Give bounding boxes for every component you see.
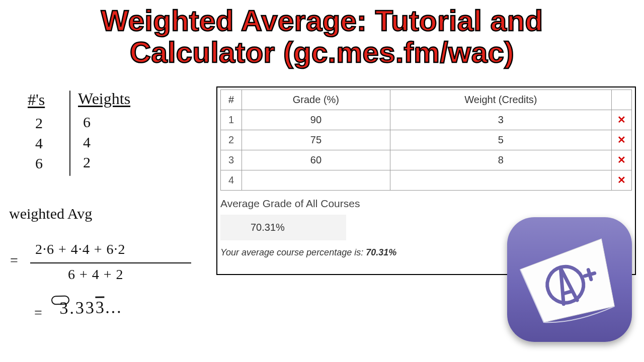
hw-col1-header: #'s: [28, 90, 45, 109]
hw-equals-1: =: [10, 252, 19, 268]
grade-cell[interactable]: 75: [242, 130, 390, 150]
table-row: 4 ✕: [221, 170, 632, 191]
weight-cell[interactable]: 5: [390, 130, 611, 150]
hw-result: 3.333…: [59, 298, 123, 318]
page-title: Weighted Average: Tutorial and Calculato…: [0, 5, 644, 68]
delete-row-icon[interactable]: ✕: [617, 135, 626, 145]
average-sentence-value: 70.31%: [366, 247, 396, 257]
average-label: Average Grade of All Courses: [220, 198, 632, 210]
title-line-2: Calculator (gc.mes.fm/wac): [130, 36, 514, 68]
delete-row-icon[interactable]: ✕: [617, 115, 626, 125]
hw-result-overline: 3: [95, 298, 105, 316]
hw-w-1: 6: [83, 114, 91, 131]
hw-col2-header: Weights: [78, 89, 130, 108]
grade-cell[interactable]: [242, 170, 390, 191]
hw-n-2: 4: [35, 135, 43, 152]
row-idx: 3: [221, 150, 242, 170]
hw-divider: [69, 90, 70, 176]
weight-cell[interactable]: 8: [390, 150, 611, 170]
hw-fraction-bar: [30, 262, 191, 263]
aplus-app-icon: [507, 217, 632, 342]
grades-table: # Grade (%) Weight (Credits) 1 90 3 ✕ 2 …: [220, 89, 632, 191]
hw-equals-2: =: [34, 305, 43, 321]
hw-weighted-avg-label: weighted Avg: [9, 205, 92, 222]
table-row: 1 90 3 ✕: [221, 110, 632, 130]
hw-denominator: 6 + 4 + 2: [68, 266, 124, 283]
table-row: 2 75 5 ✕: [221, 130, 632, 150]
average-value-box: 70.31%: [220, 215, 346, 240]
grade-cell[interactable]: 90: [242, 110, 390, 130]
delete-row-icon[interactable]: ✕: [617, 175, 626, 185]
col-grade-header: Grade (%): [242, 90, 390, 110]
row-idx: 4: [221, 170, 242, 191]
hw-result-suffix: …: [104, 298, 123, 317]
hw-numerator: 2·6 + 4·4 + 6·2: [35, 241, 126, 257]
weight-cell[interactable]: [390, 170, 611, 191]
col-idx-header: #: [221, 90, 242, 110]
hw-n-3: 6: [35, 155, 43, 172]
table-row: 3 60 8 ✕: [221, 150, 632, 170]
row-idx: 1: [221, 110, 242, 130]
delete-row-icon[interactable]: ✕: [617, 155, 626, 165]
hw-w-2: 4: [83, 134, 91, 151]
hw-result-box: 3.333…: [51, 296, 69, 305]
col-weight-header: Weight (Credits): [390, 90, 611, 110]
grade-cell[interactable]: 60: [242, 150, 390, 170]
row-idx: 2: [221, 130, 242, 150]
hw-n-1: 2: [35, 115, 43, 132]
average-sentence-prefix: Your average course percentage is:: [220, 247, 366, 257]
title-line-1: Weighted Average: Tutorial and: [101, 4, 543, 37]
hw-result-prefix: 3.33: [59, 298, 96, 317]
col-delete-header: [612, 90, 632, 110]
weight-cell[interactable]: 3: [390, 110, 611, 130]
hw-w-3: 2: [83, 154, 91, 171]
